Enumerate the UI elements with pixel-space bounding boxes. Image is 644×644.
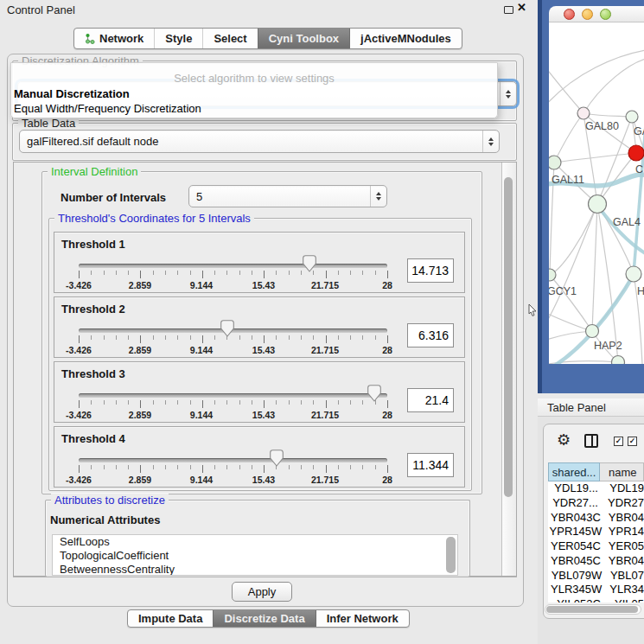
- threshold-label: Threshold 1: [61, 238, 125, 251]
- tab-network-label: Network: [99, 32, 143, 45]
- slider-thumb[interactable]: [270, 450, 284, 467]
- network-node[interactable]: [612, 356, 625, 365]
- tab-infer-network[interactable]: Infer Network: [316, 610, 409, 627]
- threshold-slider[interactable]: [79, 458, 387, 462]
- table-header-row: shared... name: [548, 462, 644, 481]
- tab-impute-data[interactable]: Impute Data: [128, 610, 213, 627]
- tab-style[interactable]: Style: [154, 29, 202, 48]
- network-canvas[interactable]: GAL80 GA C GAL11 GAL4 GCY1 H HAP2: [549, 22, 644, 364]
- svg-text:GA: GA: [634, 125, 644, 137]
- network-node-hap2[interactable]: [586, 325, 599, 338]
- numerical-attributes-label: Numerical Attributes: [50, 513, 160, 526]
- table-row[interactable]: YIL052CYIL05: [548, 597, 644, 603]
- svg-text:GAL4: GAL4: [613, 216, 641, 228]
- table-row[interactable]: YDL19...YDL19: [548, 481, 644, 496]
- network-node-h[interactable]: [626, 266, 641, 282]
- slider-tick-label: -3.426: [66, 475, 92, 485]
- slider-tick-label: -3.426: [66, 280, 92, 290]
- vertical-scrollbar-thumb[interactable]: [504, 177, 513, 497]
- table-row[interactable]: YBR045CYBR04: [548, 554, 644, 569]
- algorithm-dropdown-popup: Select algorithm to view settings Manual…: [10, 62, 498, 118]
- table-data-combobox[interactable]: galFiltered.sif default node: [19, 130, 500, 153]
- threshold-label: Threshold 2: [61, 303, 125, 316]
- horizontal-scrollbar-thumb[interactable]: [546, 606, 638, 613]
- slider-thumb[interactable]: [367, 385, 381, 402]
- number-of-intervals-combobox[interactable]: 5: [188, 185, 387, 207]
- list-item[interactable]: BetweennessCentrality: [53, 563, 457, 576]
- combo-stepper-icon[interactable]: [482, 131, 499, 152]
- columns-icon[interactable]: [584, 434, 598, 448]
- svg-text:GAL11: GAL11: [552, 174, 584, 186]
- combo-stepper-icon[interactable]: [500, 82, 516, 105]
- table-row[interactable]: YER054CYER05: [548, 539, 644, 554]
- interval-definition-title: Interval Definition: [48, 165, 141, 178]
- list-item[interactable]: TopologicalCoefficient: [53, 549, 457, 563]
- divider: [13, 577, 517, 577]
- tab-cyni-toolbox[interactable]: Cyni Toolbox: [258, 29, 349, 48]
- list-item[interactable]: SelfLoops: [53, 535, 457, 549]
- numerical-attributes-list: SelfLoops TopologicalCoefficient Between…: [52, 534, 458, 576]
- tab-jactivemnodules[interactable]: jActiveMNodules: [349, 29, 462, 48]
- threshold-value-field[interactable]: 11.344: [407, 453, 454, 477]
- panel-title: Control Panel: [7, 3, 75, 16]
- tab-select[interactable]: Select: [202, 29, 257, 48]
- slider-thumb[interactable]: [303, 255, 316, 272]
- network-node-gal4[interactable]: [589, 195, 607, 214]
- close-icon[interactable]: ✕: [517, 1, 526, 14]
- close-traffic-light[interactable]: [564, 9, 575, 20]
- menu-item-equal-width-frequency[interactable]: Equal Width/Frequency Discretization: [14, 102, 201, 115]
- threshold-panel: Threshold 1 -3.426 2.859 9.144 15.43 21.…: [54, 232, 465, 293]
- apply-button[interactable]: Apply: [232, 582, 292, 602]
- network-node[interactable]: [626, 111, 638, 123]
- table-row[interactable]: YDR27...YDR27: [548, 496, 644, 511]
- table-row[interactable]: YBR043CYBR04: [548, 511, 644, 526]
- node-table: shared... name YDL19...YDL19 YDR27...YDR…: [548, 462, 644, 603]
- threshold-value-field[interactable]: 21.4: [407, 388, 454, 412]
- mouse-cursor: [528, 304, 539, 316]
- svg-text:HAP2: HAP2: [594, 340, 622, 352]
- threshold-panel: Threshold 3 -3.426 2.859 9.144 15.43 21.…: [54, 361, 465, 423]
- slider-thumb[interactable]: [220, 320, 234, 337]
- threshold-panel: Threshold 4 -3.426 2.859 9.144 15.43 21.…: [54, 426, 465, 488]
- minimize-traffic-light[interactable]: [582, 9, 593, 20]
- network-node-gal11[interactable]: [549, 156, 561, 169]
- column-header-shared-name[interactable]: shared...: [548, 462, 600, 481]
- network-node-selected-red[interactable]: [628, 145, 644, 161]
- threshold-slider[interactable]: [79, 393, 387, 398]
- svg-text:GCY1: GCY1: [549, 285, 577, 297]
- table-data-value: galFiltered.sif default node: [27, 135, 158, 148]
- checkbox-icon[interactable]: ✓: [628, 437, 637, 446]
- list-scrollbar-thumb[interactable]: [446, 537, 456, 573]
- threshold-label: Threshold 3: [61, 367, 125, 380]
- thresholds-group-title: Threshold's Coordinates for 5 Intervals: [54, 212, 254, 225]
- table-row[interactable]: YBL079WYBL07: [548, 569, 644, 583]
- network-node-gal80[interactable]: [577, 107, 590, 119]
- bottom-tabbar: Impute Data Discretize Data Infer Networ…: [127, 609, 410, 628]
- table-row[interactable]: YLR345WYLR34: [548, 583, 644, 597]
- network-node-gcy1[interactable]: [549, 269, 556, 281]
- checkbox-icon[interactable]: ✓: [614, 437, 623, 446]
- float-window-icon[interactable]: [504, 6, 513, 14]
- network-window-titlebar[interactable]: [549, 6, 644, 22]
- combo-stepper-icon[interactable]: [370, 186, 386, 207]
- number-of-intervals-value: 5: [196, 190, 202, 203]
- svg-text:H: H: [637, 285, 644, 297]
- threshold-value-field[interactable]: 14.713: [407, 258, 454, 283]
- threshold-value-field[interactable]: 6.316: [407, 323, 454, 348]
- table-row[interactable]: YPR145WYPR14: [548, 525, 644, 539]
- threshold-label: Threshold 4: [61, 432, 125, 445]
- number-of-intervals-label: Number of Intervals: [61, 191, 166, 204]
- threshold-slider[interactable]: [79, 264, 387, 268]
- slider-tick-label: -3.426: [66, 345, 92, 355]
- menu-item-manual-discretization[interactable]: Manual Discretization: [14, 87, 130, 100]
- tab-discretize-data[interactable]: Discretize Data: [213, 610, 315, 627]
- gear-icon[interactable]: ⚙: [557, 432, 571, 448]
- tab-network[interactable]: Network: [74, 29, 154, 48]
- zoom-traffic-light[interactable]: [600, 9, 611, 20]
- network-view-window[interactable]: GAL80 GA C GAL11 GAL4 GCY1 H HAP2: [538, 0, 644, 393]
- attributes-group-title: Attributes to discretize: [51, 494, 169, 507]
- svg-text:C: C: [635, 163, 643, 175]
- column-header-name[interactable]: name: [600, 462, 644, 481]
- network-icon: [85, 33, 95, 44]
- screen: Control Panel ✕ Network Style Select C: [0, 0, 644, 644]
